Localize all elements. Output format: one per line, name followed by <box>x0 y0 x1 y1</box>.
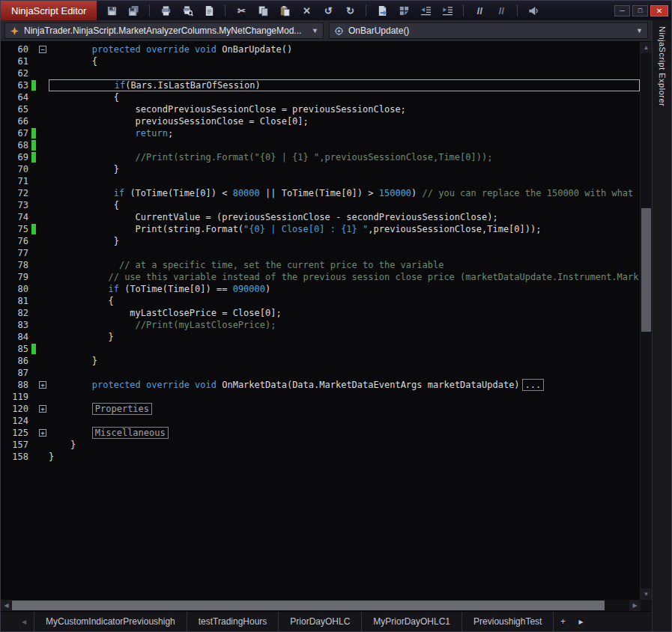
code-segment: } <box>49 452 54 462</box>
type-selector-dropdown[interactable]: NinjaTrader.NinjaScript.MarketAnalyzerCo… <box>4 22 324 39</box>
v-scroll-track[interactable] <box>641 53 652 589</box>
code-text: myLastClosePrice = Close[0]; <box>49 307 640 319</box>
fold-column <box>37 127 49 139</box>
ninjascript-explorer-tab[interactable]: NinjaScript Explorer <box>652 20 671 631</box>
fold-column <box>37 295 49 307</box>
outdent-icon[interactable] <box>418 4 433 17</box>
scroll-up-icon[interactable]: ▲ <box>641 42 652 53</box>
change-bar <box>31 320 36 330</box>
code-line[interactable]: 80 if (ToTime(Time[0]) == 090000) <box>1 283 640 295</box>
fold-collapse-icon[interactable]: − <box>39 46 46 53</box>
fold-expand-icon[interactable]: + <box>39 405 46 413</box>
new-tab-button[interactable]: + <box>554 612 572 631</box>
undo-icon[interactable]: ↺ <box>321 4 336 17</box>
save-icon[interactable] <box>104 4 119 17</box>
code-line[interactable]: 86 } <box>1 355 640 367</box>
copy-icon[interactable] <box>255 4 270 17</box>
code-line[interactable]: 73 { <box>1 199 640 211</box>
code-line[interactable]: 72 if (ToTime(Time[0]) < 80000 || ToTime… <box>1 187 640 199</box>
tab-scroll-right-icon[interactable]: ▸ <box>572 612 590 631</box>
line-number: 60 <box>1 43 31 55</box>
page-setup-icon[interactable] <box>202 4 217 17</box>
code-line[interactable]: 124 <box>1 415 640 427</box>
fold-column <box>37 439 49 451</box>
code-line[interactable]: 83 //Print(myLastClosePrice); <box>1 319 640 331</box>
horizontal-scrollbar[interactable]: ◀ ▶ <box>1 600 652 611</box>
code-line[interactable]: 119 <box>1 391 640 403</box>
toolbar-separator <box>517 4 518 16</box>
comment-selection-icon[interactable]: // <box>472 4 487 17</box>
document-tab[interactable]: PrevioushighTest <box>462 612 554 631</box>
paste-icon[interactable] <box>277 4 292 17</box>
h-scroll-track[interactable] <box>12 600 629 611</box>
code-line[interactable]: 82 myLastClosePrice = Close[0]; <box>1 307 640 319</box>
scroll-down-icon[interactable]: ▼ <box>641 589 652 600</box>
redo-icon[interactable]: ↻ <box>342 4 357 17</box>
code-line[interactable]: 85 <box>1 343 640 355</box>
scroll-right-icon[interactable]: ▶ <box>629 600 641 611</box>
code-line[interactable]: 74 CurrentValue = (previousSessionClose … <box>1 211 640 223</box>
code-line[interactable]: 71 <box>1 175 640 187</box>
tab-list: MyCustomIndicatorPrevioushightestTrading… <box>34 612 554 631</box>
export-icon[interactable] <box>375 4 390 17</box>
fold-expand-icon[interactable]: + <box>39 381 46 389</box>
code-segment: override <box>146 380 190 390</box>
print-icon[interactable] <box>158 4 173 17</box>
code-line[interactable]: 78 // at a specific time, set the curren… <box>1 259 640 271</box>
indent-icon[interactable] <box>440 4 455 17</box>
code-line[interactable]: 76 } <box>1 235 640 247</box>
uncomment-selection-icon[interactable]: // <box>494 4 509 17</box>
print-preview-icon[interactable] <box>180 4 195 17</box>
delete-icon[interactable]: ✕ <box>299 4 314 17</box>
code-line[interactable]: 75 Print(string.Format("{0} | Close[0] :… <box>1 223 640 235</box>
minimize-button[interactable]: ─ <box>614 5 630 16</box>
code-line[interactable]: 87 <box>1 367 640 379</box>
code-line[interactable]: 125+ Miscellaneous <box>1 427 640 439</box>
code-line[interactable]: 81 { <box>1 295 640 307</box>
fold-column <box>37 451 49 463</box>
code-line[interactable]: 60− protected override void OnBarUpdate(… <box>1 43 640 55</box>
code-line[interactable]: 77 <box>1 247 640 259</box>
scroll-left-icon[interactable]: ◀ <box>1 600 12 611</box>
v-scroll-thumb[interactable] <box>641 208 651 331</box>
code-line[interactable]: 157 } <box>1 439 640 451</box>
code-segment: } <box>49 356 97 366</box>
close-button[interactable]: ✕ <box>650 5 668 16</box>
code-segment <box>190 44 195 55</box>
code-line[interactable]: 70 } <box>1 163 640 175</box>
save-all-icon[interactable] <box>126 4 141 17</box>
code-text: return; <box>49 127 640 139</box>
code-line[interactable]: 66 previousSessionClose = Close[0]; <box>1 115 640 127</box>
code-line[interactable]: 64 { <box>1 91 640 103</box>
code-line[interactable]: 88+ protected override void OnMarketData… <box>1 379 640 391</box>
code-line[interactable]: 68 <box>1 139 640 151</box>
document-tab[interactable]: MyCustomIndicatorPrevioushigh <box>34 612 187 631</box>
code-line[interactable]: 65 secondPreviousSessionClose = previous… <box>1 103 640 115</box>
code-line[interactable]: 158} <box>1 451 640 463</box>
tab-scroll-left-icon[interactable]: ◂ <box>14 612 34 631</box>
code-line[interactable]: 69 //Print(string.Format("{0} | {1} ",pr… <box>1 151 640 163</box>
fold-expand-icon[interactable]: + <box>39 429 46 437</box>
compile-grid-icon[interactable] <box>396 4 411 17</box>
vertical-scrollbar[interactable]: ▲ ▼ <box>640 42 652 600</box>
code-line[interactable]: 120+ Properties <box>1 403 640 415</box>
document-tab[interactable]: MyPriorDayOHLC1 <box>362 612 462 631</box>
member-selector-dropdown[interactable]: OnBarUpdate() ▼ <box>329 22 648 39</box>
code-line[interactable]: 84 } <box>1 331 640 343</box>
code-line[interactable]: 63 if(Bars.IsLastBarOfSession) <box>1 79 640 91</box>
code-line[interactable]: 79 // use this variable instead of the p… <box>1 271 640 283</box>
code-text <box>49 367 640 379</box>
code-text: } <box>49 331 640 343</box>
code-line[interactable]: 67 return; <box>1 127 640 139</box>
cut-icon[interactable]: ✂ <box>234 4 249 17</box>
h-scroll-thumb[interactable] <box>12 601 605 610</box>
code-text: } <box>49 439 640 451</box>
code-editor[interactable]: 60− protected override void OnBarUpdate(… <box>1 42 640 600</box>
change-bar <box>31 104 36 115</box>
compile-icon[interactable] <box>526 4 541 17</box>
document-tab[interactable]: testTradingHours <box>187 612 279 631</box>
code-line[interactable]: 62 <box>1 67 640 79</box>
code-line[interactable]: 61 { <box>1 55 640 67</box>
document-tab[interactable]: PriorDayOHLC <box>279 612 362 631</box>
restore-button[interactable]: □ <box>632 5 648 16</box>
